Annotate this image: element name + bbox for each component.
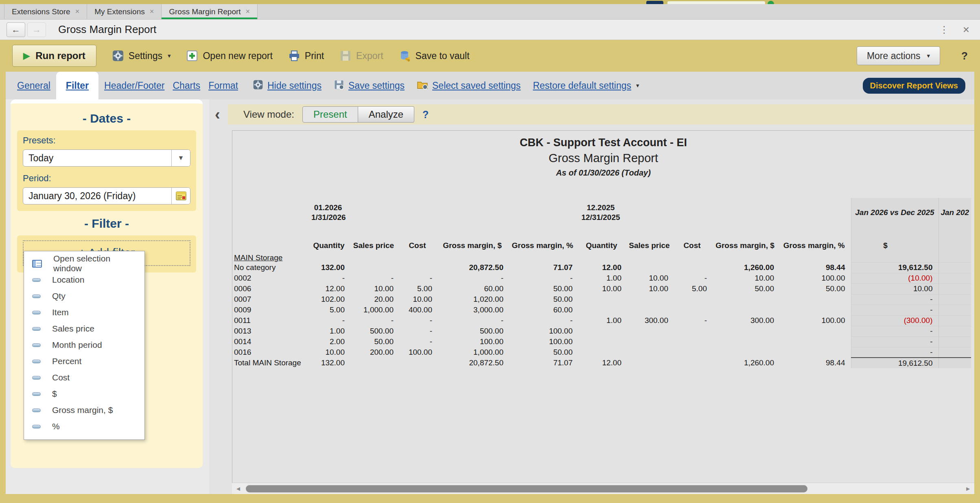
tab-close-icon[interactable]: × — [150, 7, 154, 16]
report-row-total-main-storage: Total MAIN Storage132.0020,872.5071.0712… — [232, 358, 971, 368]
horizontal-scrollbar[interactable]: ◄ ► — [232, 483, 974, 494]
run-report-button[interactable]: ▶ Run report — [12, 45, 96, 67]
presets-select[interactable]: ▼ — [23, 149, 190, 167]
caret-down-icon: ▼ — [178, 154, 184, 162]
spacer-cell — [399, 227, 438, 238]
top-edge-navy-element — [646, 1, 663, 4]
row-label: No category — [232, 262, 310, 273]
value-cell: 50.00 — [780, 283, 851, 294]
value-cell: 10.00 — [310, 347, 350, 358]
value-cell — [627, 262, 674, 273]
printer-icon — [288, 50, 300, 62]
value-cell: 1,260.00 — [713, 358, 780, 368]
menu-item-label: Sales price — [52, 324, 94, 334]
present-mode-button[interactable]: Present — [302, 106, 358, 123]
comparison-empty-cell — [938, 326, 971, 336]
menu-item--[interactable]: % — [24, 418, 144, 435]
value-cell — [713, 336, 780, 347]
save-to-vault-button[interactable]: Save to vault — [399, 50, 470, 62]
comparison-empty-cell — [938, 305, 971, 315]
period-value[interactable] — [23, 188, 171, 204]
window-header: ← → Gross Margin Report ⋮ × — [0, 20, 980, 40]
analyze-mode-button[interactable]: Analyze — [358, 106, 414, 123]
page-title: Gross Margin Report — [58, 23, 156, 36]
discover-report-views-badge[interactable]: Discover Report Views — [863, 78, 965, 94]
menu-item-open-selection-window[interactable]: Open selection window — [24, 255, 144, 272]
caret-down-icon: ▾ — [168, 52, 171, 59]
menu-item--[interactable]: $ — [24, 386, 144, 402]
value-cell: 1.00 — [310, 326, 350, 336]
more-actions-button[interactable]: More actions ▾ — [857, 46, 940, 65]
menu-item-sales-price[interactable]: Sales price — [24, 321, 144, 337]
scroll-right-arrow[interactable]: ► — [965, 485, 971, 492]
tab-format[interactable]: Format — [206, 72, 241, 99]
comparison-empty-cell — [938, 315, 971, 326]
browser-tab-gross-margin-report[interactable]: Gross Margin Report× — [162, 4, 258, 19]
window-close-icon[interactable]: × — [963, 24, 969, 35]
hide-settings-button[interactable]: Hide settings — [253, 79, 322, 92]
menu-item-month-period[interactable]: Month period — [24, 337, 144, 353]
browser-tab-extensions-store[interactable]: Extensions Store× — [4, 4, 87, 19]
tab-general[interactable]: General — [15, 72, 53, 99]
spacer-cell — [851, 227, 938, 238]
select-saved-settings-button[interactable]: Select saved settings — [417, 79, 521, 92]
period-dec: 12.202512/31/2025 — [578, 198, 627, 227]
value-cell: 100.00 — [509, 336, 578, 347]
menu-item-item[interactable]: Item — [24, 304, 144, 321]
settings-button[interactable]: Settings ▾ — [112, 50, 171, 62]
kebab-menu-icon[interactable]: ⋮ — [939, 24, 949, 35]
report-row-0009: 00095.001,000.00400.003,000.0060.00- — [232, 305, 971, 315]
open-new-report-button[interactable]: Open new report — [186, 50, 272, 62]
restore-default-settings-button[interactable]: Restore default settings▾ — [533, 80, 639, 91]
menu-item-percent[interactable]: Percent — [24, 353, 144, 369]
back-button[interactable]: ← — [7, 22, 25, 37]
scroll-left-arrow[interactable]: ◄ — [235, 485, 241, 492]
window-bottom-edge — [0, 494, 980, 503]
value-cell: 1,260.00 — [713, 262, 780, 273]
collapse-sidebar-chevron[interactable]: ‹ — [215, 107, 220, 122]
export-icon — [339, 50, 352, 62]
comparison-value-cell: (10.00) — [851, 273, 938, 283]
spacer-cell — [232, 227, 310, 238]
value-cell: 20.00 — [350, 294, 399, 305]
print-button[interactable]: Print — [288, 50, 324, 62]
menu-item-location[interactable]: Location — [24, 272, 144, 288]
report-row-0014: 00142.0050.00-100.00100.00- — [232, 336, 971, 347]
tab-charts[interactable]: Charts — [170, 72, 203, 99]
value-cell — [578, 336, 627, 347]
value-cell: 102.00 — [310, 294, 350, 305]
menu-item-cost[interactable]: Cost — [24, 369, 144, 386]
value-cell: 50.00 — [509, 294, 578, 305]
save-settings-button[interactable]: Save settings — [334, 79, 405, 92]
export-button[interactable]: Export — [339, 50, 383, 62]
value-cell: - — [509, 273, 578, 283]
empty-cell — [674, 198, 713, 227]
menu-item-qty[interactable]: Qty — [24, 288, 144, 304]
presets-dropdown-button[interactable]: ▼ — [171, 150, 190, 166]
value-cell — [399, 253, 438, 262]
tab-label: Gross Margin Report — [169, 7, 241, 16]
calendar-button[interactable] — [171, 188, 190, 204]
value-cell: 5.00 — [399, 283, 438, 294]
view-mode-help[interactable]: ? — [422, 109, 429, 121]
presets-value[interactable] — [23, 150, 171, 166]
period-field[interactable] — [23, 187, 190, 204]
comparison-empty-cell — [938, 358, 971, 368]
tab-close-icon[interactable]: × — [75, 7, 80, 16]
tab-close-icon[interactable]: × — [246, 7, 250, 16]
menu-item-gross-margin-[interactable]: Gross margin, $ — [24, 402, 144, 418]
tab-filter[interactable]: Filter — [56, 72, 98, 99]
settings-tab-bar: GeneralFilterHeader/FooterChartsFormat H… — [6, 72, 974, 99]
help-button[interactable]: ? — [961, 50, 968, 62]
forward-button[interactable]: → — [27, 22, 46, 37]
row-label: Total MAIN Storage — [232, 358, 310, 368]
value-cell: 10.00 — [350, 283, 399, 294]
value-cell: 60.00 — [509, 305, 578, 315]
tab-label: Extensions Store — [12, 7, 70, 16]
value-cell: 1,020.00 — [438, 294, 509, 305]
value-cell — [713, 326, 780, 336]
tab-header-footer[interactable]: Header/Footer — [102, 72, 167, 99]
scrollbar-thumb[interactable] — [246, 485, 807, 492]
value-cell: 1,000.00 — [438, 347, 509, 358]
browser-tab-my-extensions[interactable]: My Extensions× — [87, 4, 162, 19]
